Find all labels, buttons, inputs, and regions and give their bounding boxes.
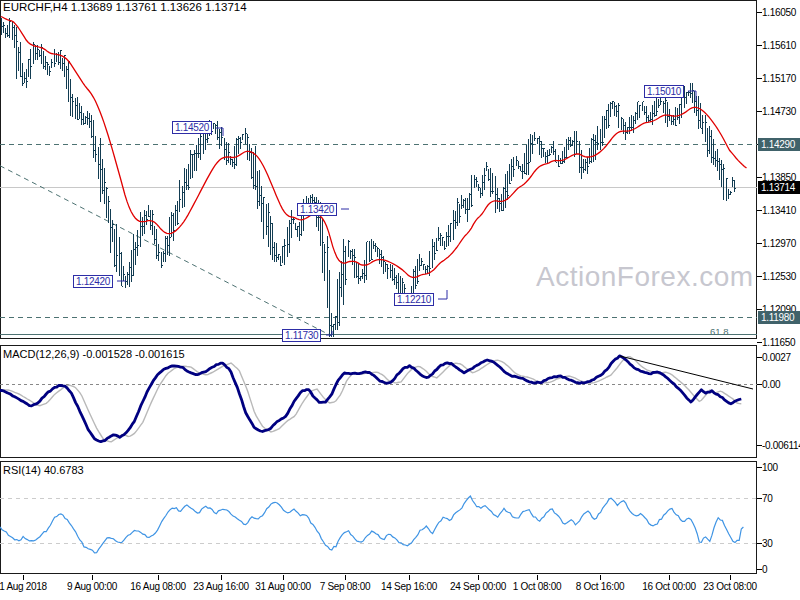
x-axis-date-label: 23 Aug 16:00: [193, 581, 248, 592]
x-axis-date-label: 31 Aug 00:00: [255, 581, 310, 592]
y-axis-label: 1.16050: [762, 7, 796, 18]
axis-price-tag: 1.11980: [758, 311, 800, 324]
chart-window: ActionForex.com EURCHF,H4 1.13689 1.1376…: [0, 0, 800, 600]
y-axis-label: 1.13410: [762, 205, 796, 216]
macd-axis-label: -0.006114: [762, 440, 800, 451]
macd-axis-label: 0.0027: [762, 352, 791, 363]
symbol-ohlc-title: EURCHF,H4 1.13689 1.13761 1.13626 1.1371…: [3, 1, 247, 13]
axis-price-tag: 1.14290: [758, 138, 800, 151]
price-level-label[interactable]: 1.14520: [172, 121, 212, 134]
macd-main-line: [0, 356, 741, 442]
rsi-line: [0, 496, 743, 553]
rsi-axis-label: 0: [762, 564, 767, 575]
rsi-indicator-label: RSI(14) 40.6783: [3, 464, 84, 476]
y-axis-label: 1.14730: [762, 106, 796, 117]
axis-price-tag: 1.13714: [758, 181, 800, 194]
x-axis-date-label: 7 Sep 08:00: [320, 581, 371, 592]
price-level-label[interactable]: 1.15010: [644, 85, 684, 98]
price-level-label[interactable]: 1.12420: [73, 275, 113, 288]
fib-61.8-label: 61.8: [710, 326, 729, 337]
rsi-axis-label: 70: [762, 493, 773, 504]
rsi-axis-label: 30: [762, 538, 773, 549]
x-axis-date-label: 1 Aug 2018: [0, 581, 47, 592]
x-axis-date-label: 8 Oct 16:00: [576, 581, 624, 592]
price-level-label[interactable]: 1.12210: [394, 293, 434, 306]
rsi-axis-label: 100: [762, 462, 778, 473]
ohlc-bars: [2, 18, 735, 337]
macd-indicator-label: MACD(12,26,9) -0.001528 -0.001615: [3, 348, 185, 360]
macd-signal-line: [0, 357, 741, 442]
y-axis-label: 1.15610: [762, 40, 796, 51]
y-axis-label: 1.11650: [762, 337, 795, 348]
x-axis-date-label: 14 Sep 16:00: [381, 581, 437, 592]
x-axis-date-label: 16 Oct 00:00: [642, 581, 696, 592]
y-axis-label: 1.15170: [762, 73, 796, 84]
x-axis-date-label: 1 Oct 08:00: [513, 581, 561, 592]
y-axis-label: 1.12530: [762, 271, 796, 282]
price-level-label[interactable]: 1.13420: [297, 203, 337, 216]
rsi-panel-border: [1, 462, 757, 574]
y-axis-label: 1.12970: [762, 238, 796, 249]
macd-axis-label: 0.00: [762, 379, 780, 390]
x-axis-date-label: 24 Sep 00:00: [450, 581, 506, 592]
x-axis-date-label: 9 Aug 00:00: [67, 581, 117, 592]
price-panel-border: [1, 1, 757, 339]
price-label-connector: [438, 290, 447, 299]
x-axis-date-label: 16 Aug 08:00: [130, 581, 185, 592]
x-axis-date-label: 23 Oct 08:00: [703, 581, 757, 592]
price-level-label[interactable]: 1.11730: [282, 329, 321, 342]
